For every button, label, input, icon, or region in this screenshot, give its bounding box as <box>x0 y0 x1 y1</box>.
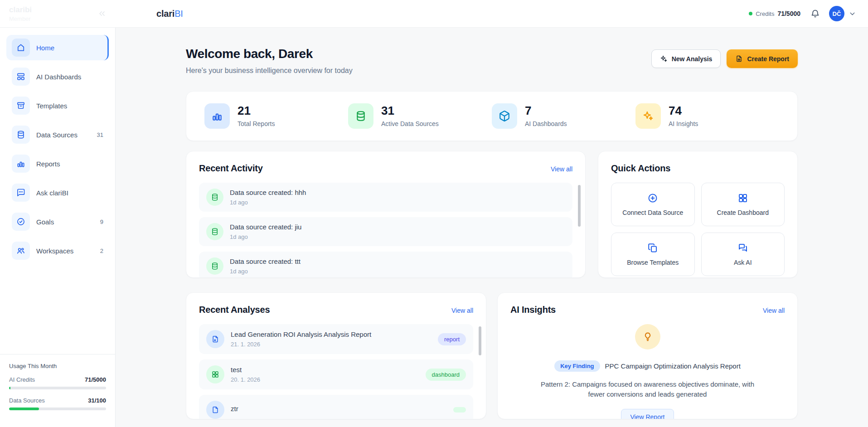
sidebar-item-reports[interactable]: Reports <box>6 151 109 176</box>
quick-action-label: Connect Data Source <box>622 209 683 216</box>
analysis-title: Lead Generation ROI Analysis Analysis Re… <box>231 330 371 338</box>
stat-label: AI Dashboards <box>525 120 567 127</box>
create-report-button[interactable]: Create Report <box>727 49 798 68</box>
activity-item[interactable]: Data source created: hhh 1d ago <box>199 183 572 212</box>
new-analysis-button[interactable]: New Analysis <box>651 49 721 68</box>
activity-item[interactable]: Data source created: jiu 1d ago <box>199 217 572 246</box>
analysis-type-badge: dashboard <box>426 369 466 381</box>
recent-analyses-title: Recent Analyses <box>199 305 270 315</box>
connect-data-source-button[interactable]: Connect Data Source <box>611 183 695 226</box>
scrollbar-thumb[interactable] <box>479 326 481 355</box>
analysis-title: ztr <box>231 405 238 412</box>
copy-pages-icon <box>647 243 658 253</box>
stat-value: 21 <box>238 105 275 117</box>
credits-label: Credits <box>756 10 774 17</box>
chevrons-left-icon <box>97 9 107 18</box>
workspace-role: Member <box>9 15 32 22</box>
data-sources-label: Data Sources <box>9 397 45 404</box>
view-report-button[interactable]: View Report <box>621 409 674 420</box>
stat-total-reports: 21 Total Reports <box>204 103 348 129</box>
logo-text-primary: clari <box>156 9 175 19</box>
quick-action-label: Create Dashboard <box>717 209 769 216</box>
ai-insights-card: AI Insights View all Key Finding PPC Cam… <box>497 292 798 419</box>
activity-title: Data source created: jiu <box>230 223 301 231</box>
dashboard-layout-icon <box>12 68 30 86</box>
file-icon <box>206 330 224 348</box>
create-dashboard-button[interactable]: Create Dashboard <box>701 183 785 226</box>
check-circle-icon <box>12 213 30 231</box>
activity-time: 1d ago <box>230 233 301 240</box>
create-report-label: Create Report <box>747 55 789 63</box>
data-sources-progress-fill <box>9 408 39 410</box>
users-icon <box>12 242 30 260</box>
sidebar-item-goals[interactable]: Goals 9 <box>6 209 109 234</box>
credits-indicator: Credits 71/5000 <box>749 10 800 17</box>
home-icon <box>12 39 30 57</box>
sidebar-item-ask-claribi[interactable]: Ask clariBI <box>6 180 109 205</box>
archive-icon <box>12 97 30 115</box>
database-icon <box>206 257 223 275</box>
sidebar-item-label: Workspaces <box>36 247 73 255</box>
activity-item[interactable]: Data source created: ttt 1d ago <box>199 252 572 278</box>
database-icon <box>12 126 30 144</box>
app-logo: clariBI <box>156 9 183 19</box>
chevron-down-icon <box>849 10 856 18</box>
insight-report-title: PPC Campaign Optimization Analysis Repor… <box>605 362 741 370</box>
sparkles-icon <box>635 103 661 129</box>
sidebar-item-label: Goals <box>36 218 54 226</box>
sidebar-item-label: Data Sources <box>36 131 78 139</box>
logo-text-accent: BI <box>175 9 183 19</box>
stat-value: 31 <box>381 105 439 117</box>
browse-templates-button[interactable]: Browse Templates <box>611 233 695 276</box>
ai-insights-view-all-link[interactable]: View all <box>763 307 785 314</box>
analysis-item[interactable]: test 20. 1. 2026 dashboard <box>199 359 473 389</box>
activity-title: Data source created: hhh <box>230 189 306 196</box>
stats-card: 21 Total Reports 31 Active Data Sources <box>186 91 798 141</box>
activity-title: Data source created: ttt <box>230 257 301 265</box>
sidebar-item-label: Templates <box>36 102 67 110</box>
new-analysis-label: New Analysis <box>672 55 713 63</box>
ask-ai-button[interactable]: Ask AI <box>701 233 785 276</box>
sidebar-item-label: Ask clariBI <box>36 189 68 197</box>
chat-double-icon <box>737 243 748 253</box>
recent-activity-view-all-link[interactable]: View all <box>551 165 572 173</box>
ai-credits-label: AI Credits <box>9 376 35 383</box>
sidebar-collapse-button[interactable] <box>97 9 107 18</box>
analysis-item[interactable]: Lead Generation ROI Analysis Analysis Re… <box>199 324 473 354</box>
sidebar-item-home[interactable]: Home <box>6 35 109 60</box>
sidebar-item-workspaces[interactable]: Workspaces 2 <box>6 238 109 263</box>
notifications-button[interactable] <box>810 9 820 19</box>
activity-time: 1d ago <box>230 199 306 206</box>
ai-credits-progress-fill <box>9 387 10 389</box>
quick-action-label: Browse Templates <box>627 259 679 266</box>
sidebar-item-label: Reports <box>36 160 60 168</box>
sidebar-item-templates[interactable]: Templates <box>6 93 109 118</box>
stat-active-data-sources: 31 Active Data Sources <box>348 103 492 129</box>
stat-ai-insights: 74 AI Insights <box>635 103 779 129</box>
page-title: Welcome back, Darek <box>186 47 353 61</box>
stat-label: Total Reports <box>238 120 275 127</box>
header-controls: Credits 71/5000 DČ <box>749 6 868 21</box>
key-finding-badge: Key Finding <box>554 360 600 372</box>
quick-actions-card: Quick Actions Connect Data Source <box>598 151 798 278</box>
file-text-icon <box>735 55 743 63</box>
usage-summary: Usage This Month AI Credits 71/5000 Data… <box>0 354 115 427</box>
analysis-item[interactable]: ztr <box>199 395 473 419</box>
sidebar-item-ai-dashboards[interactable]: AI Dashboards <box>6 64 109 89</box>
workspace-info: claribi Member <box>9 5 32 22</box>
sparkles-icon <box>660 55 668 63</box>
activity-time: 1d ago <box>230 268 301 275</box>
insight-description: Pattern 2: Campaigns focused on awarenes… <box>534 379 761 399</box>
sidebar-item-data-sources[interactable]: Data Sources 31 <box>6 122 109 147</box>
cube-icon <box>492 103 517 129</box>
file-icon <box>206 401 224 419</box>
sidebar-item-badge: 2 <box>100 247 103 254</box>
user-menu-button[interactable] <box>849 10 856 18</box>
recent-analyses-view-all-link[interactable]: View all <box>451 307 473 314</box>
bell-icon <box>810 9 820 19</box>
database-icon <box>348 103 373 129</box>
sidebar-item-badge: 31 <box>97 131 103 138</box>
scrollbar-thumb[interactable] <box>578 185 581 227</box>
avatar[interactable]: DČ <box>829 6 844 21</box>
stat-label: Active Data Sources <box>381 120 439 127</box>
